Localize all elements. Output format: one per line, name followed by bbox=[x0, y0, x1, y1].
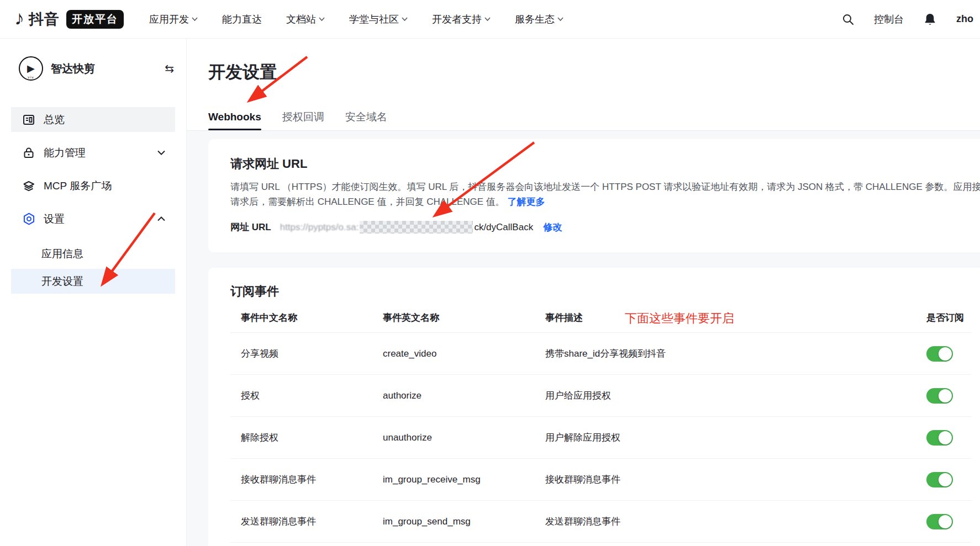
col-header-subscribed: 是否订阅 bbox=[926, 311, 964, 324]
nav-item-community[interactable]: 学堂与社区 bbox=[349, 13, 408, 26]
event-cn-name: 授权 bbox=[241, 389, 383, 402]
notifications-bell-icon[interactable] bbox=[924, 13, 936, 26]
table-row: 授权 authorize 用户给应用授权 bbox=[230, 375, 971, 417]
event-en-name: authorize bbox=[383, 390, 545, 401]
app-header: ▶ ⅴⅰⅴ 智达快剪 ⇆ bbox=[0, 39, 186, 81]
nav-item-support[interactable]: 开发者支持 bbox=[432, 13, 491, 26]
sidebar-menu: 总览 能力管理 MCP 服务广场 设置 应用信息 开发设置 bbox=[0, 107, 186, 294]
brand-name: 抖音 bbox=[29, 9, 60, 29]
main-area: 开发设置 Webhooks 授权回调 安全域名 请求网址 URL 请填写 URL… bbox=[187, 39, 980, 546]
sidebar-item-overview[interactable]: 总览 bbox=[11, 107, 175, 132]
event-en-name: unauthorize bbox=[383, 432, 545, 443]
caret-down-icon bbox=[319, 17, 325, 21]
app-name: 智达快剪 bbox=[51, 61, 157, 76]
tab-bar: Webhooks 授权回调 安全域名 bbox=[208, 104, 387, 130]
nav-item-app-dev[interactable]: 应用开发 bbox=[149, 13, 198, 26]
caret-down-icon bbox=[484, 17, 491, 21]
primary-nav: 应用开发 能力直达 文档站 学堂与社区 开发者支持 服务生态 bbox=[149, 13, 563, 26]
request-url-card: 请求网址 URL 请填写 URL （HTTPS）才能使订阅生效。填写 URL 后… bbox=[208, 139, 980, 252]
content-area: 请求网址 URL 请填写 URL （HTTPS）才能使订阅生效。填写 URL 后… bbox=[187, 131, 980, 546]
open-platform-badge: 开放平台 bbox=[66, 10, 124, 29]
table-row: 发送群聊消息事件 im_group_send_msg 发送群聊消息事件 bbox=[230, 501, 971, 543]
top-navbar: ♪ 抖音 开放平台 应用开发 能力直达 文档站 学堂与社区 开发者支持 服务生态 bbox=[0, 0, 980, 39]
search-icon[interactable] bbox=[842, 13, 854, 25]
event-desc: 携带share_id分享视频到抖音 bbox=[545, 347, 926, 360]
event-en-name: create_video bbox=[383, 348, 545, 359]
modify-url-link[interactable]: 修改 bbox=[543, 221, 562, 234]
event-cn-name: 接收群聊消息事件 bbox=[241, 473, 383, 486]
request-url-heading: 请求网址 URL bbox=[230, 156, 971, 172]
url-censored-start: https://pyptps/o.sa: bbox=[280, 222, 359, 232]
subscribe-toggle[interactable] bbox=[926, 388, 953, 404]
red-annotation-text: 下面这些事件要开启 bbox=[625, 310, 734, 327]
chevron-up-icon bbox=[157, 216, 165, 221]
subscribe-toggle[interactable] bbox=[926, 346, 953, 362]
nav-item-ecosystem[interactable]: 服务生态 bbox=[515, 13, 563, 26]
event-desc: 接收群聊消息事件 bbox=[545, 473, 926, 486]
chevron-down-icon bbox=[157, 150, 165, 155]
tab-safe-domains[interactable]: 安全域名 bbox=[345, 104, 387, 130]
event-cn-name: 解除授权 bbox=[241, 431, 383, 444]
event-desc: 用户解除应用授权 bbox=[545, 431, 926, 444]
subscribed-events-heading: 订阅事件 bbox=[230, 283, 971, 300]
url-row: 网址 URL https://pyptps/o.sa:ck/dyCallBack… bbox=[230, 221, 971, 234]
table-row: 接收群聊消息事件 im_group_receive_msg 接收群聊消息事件 bbox=[230, 459, 971, 501]
event-en-name: im_group_send_msg bbox=[383, 516, 545, 527]
events-table-header: 事件中文名称 事件英文名称 事件描述 是否订阅 下面这些事件要开启 bbox=[230, 303, 971, 333]
table-row: 分享视频 create_video 携带share_id分享视频到抖音 bbox=[230, 333, 971, 375]
col-header-desc: 事件描述 bbox=[545, 311, 926, 324]
table-row: 解除授权 unauthorize 用户解除应用授权 bbox=[230, 417, 971, 459]
lock-icon bbox=[22, 146, 36, 160]
sidebar-collapse-icon[interactable]: ⇆ bbox=[165, 62, 174, 75]
url-value: https://pyptps/o.sa:ck/dyCallBack bbox=[280, 221, 533, 234]
sidebar-item-capabilities[interactable]: 能力管理 bbox=[11, 140, 175, 165]
overview-icon bbox=[22, 113, 36, 127]
url-mosaic-censor bbox=[360, 221, 473, 234]
learn-more-link[interactable]: 了解更多 bbox=[508, 197, 545, 207]
tab-auth-callback[interactable]: 授权回调 bbox=[282, 104, 324, 130]
console-link[interactable]: 控制台 bbox=[874, 13, 904, 26]
url-label: 网址 URL bbox=[230, 221, 271, 234]
page-title: 开发设置 bbox=[208, 61, 980, 84]
sidebar-item-mcp-market[interactable]: MCP 服务广场 bbox=[11, 173, 175, 198]
event-en-name: im_group_receive_msg bbox=[383, 474, 545, 485]
tab-webhooks[interactable]: Webhooks bbox=[208, 104, 261, 130]
douyin-note-icon: ♪ bbox=[14, 8, 24, 28]
sidebar-item-settings[interactable]: 设置 bbox=[11, 206, 175, 231]
caret-down-icon bbox=[557, 17, 563, 21]
event-desc: 发送群聊消息事件 bbox=[545, 515, 926, 528]
url-visible-end: ck/dyCallBack bbox=[474, 222, 533, 232]
sidebar-item-app-info[interactable]: 应用信息 bbox=[11, 241, 175, 266]
url-desc-line2: 请求后，需要解析出 CHALLENGE 值，并回复 CHALLENGE 值。 了… bbox=[230, 194, 971, 209]
subscribe-toggle[interactable] bbox=[926, 514, 953, 529]
event-desc: 用户给应用授权 bbox=[545, 389, 926, 402]
sidebar-item-dev-settings[interactable]: 开发设置 bbox=[11, 269, 175, 294]
url-desc-line1: 请填写 URL （HTTPS）才能使订阅生效。填写 URL 后，抖音服务器会向该… bbox=[230, 179, 971, 194]
layers-icon bbox=[22, 179, 36, 193]
page-header: 开发设置 Webhooks 授权回调 安全域名 bbox=[187, 39, 980, 131]
subscribed-events-card: 订阅事件 事件中文名称 事件英文名称 事件描述 是否订阅 下面这些事件要开启 分… bbox=[208, 268, 980, 546]
caret-down-icon bbox=[402, 17, 408, 21]
col-header-cn-name: 事件中文名称 bbox=[241, 311, 383, 324]
subscribe-toggle[interactable] bbox=[926, 472, 953, 487]
brand-logo[interactable]: ♪ 抖音 开放平台 bbox=[14, 9, 124, 29]
event-cn-name: 分享视频 bbox=[241, 347, 383, 360]
subscribe-toggle[interactable] bbox=[926, 430, 953, 446]
nav-item-ability[interactable]: 能力直达 bbox=[222, 13, 262, 26]
event-cn-name: 发送群聊消息事件 bbox=[241, 515, 383, 528]
sidebar: ▶ ⅴⅰⅴ 智达快剪 ⇆ 总览 能力管理 MCP 服务广场 bbox=[0, 39, 187, 546]
caret-down-icon bbox=[192, 17, 198, 21]
nav-item-docs[interactable]: 文档站 bbox=[286, 13, 325, 26]
navbar-right: 控制台 zho bbox=[842, 13, 973, 26]
app-logo-icon: ▶ ⅴⅰⅴ bbox=[19, 56, 43, 81]
col-header-en-name: 事件英文名称 bbox=[383, 311, 545, 324]
gear-icon bbox=[22, 212, 36, 226]
user-name[interactable]: zho bbox=[956, 13, 973, 25]
